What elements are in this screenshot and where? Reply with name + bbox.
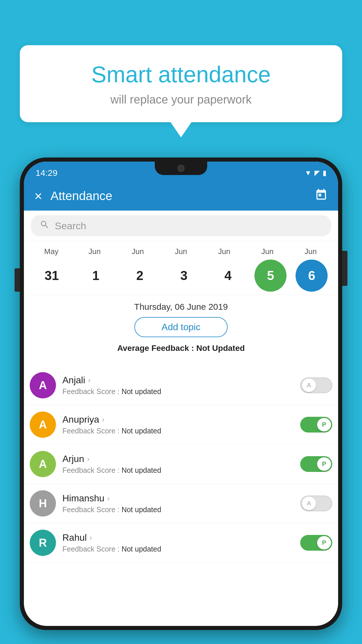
camera-dot	[178, 165, 184, 172]
student-name: Anupriya ›	[62, 414, 294, 425]
student-avatar: A	[30, 412, 56, 438]
battery-icon: ▮	[323, 169, 326, 177]
student-info: Himanshu › Feedback Score : Not updated	[62, 493, 294, 514]
student-avatar: A	[30, 451, 56, 477]
chevron-icon: ›	[102, 416, 104, 424]
phone-inner: 14:29 ▼ ◤ ▮ × Attendance	[24, 162, 338, 626]
student-avatar: A	[30, 372, 56, 398]
attendance-toggle[interactable]: P	[300, 456, 332, 472]
student-name: Rahul ›	[62, 532, 294, 543]
wifi-icon: ▼	[305, 169, 312, 177]
avg-feedback-value: Not Updated	[196, 344, 245, 353]
selected-date-label: Thursday, 06 June 2019	[33, 302, 329, 312]
search-bar[interactable]: Search	[31, 215, 331, 236]
student-feedback: Feedback Score : Not updated	[62, 505, 294, 514]
date-3[interactable]: 3	[166, 261, 201, 290]
student-item[interactable]: H Himanshu › Feedback Score : Not update…	[24, 484, 338, 523]
student-feedback: Feedback Score : Not updated	[62, 387, 294, 396]
date-31[interactable]: 31	[34, 261, 69, 290]
student-feedback: Feedback Score : Not updated	[62, 545, 294, 553]
search-placeholder: Search	[55, 220, 86, 232]
student-item[interactable]: A Anupriya › Feedback Score : Not update…	[24, 405, 338, 444]
speech-bubble-container: Smart attendance will replace your paper…	[20, 45, 342, 122]
student-item[interactable]: A Arjun › Feedback Score : Not updated P	[24, 444, 338, 484]
month-jun-6: Jun	[293, 247, 328, 256]
date-2[interactable]: 2	[122, 261, 157, 290]
feedback-value: Not updated	[122, 545, 161, 553]
phone-notch	[155, 162, 207, 175]
student-name: Himanshu ›	[62, 493, 294, 504]
chevron-icon: ›	[107, 494, 110, 503]
speech-bubble: Smart attendance will replace your paper…	[20, 45, 342, 122]
toggle-switch[interactable]: A	[300, 496, 332, 511]
date-4[interactable]: 4	[210, 261, 245, 290]
student-feedback: Feedback Score : Not updated	[62, 466, 294, 475]
bubble-subtitle: will replace your paperwork	[37, 93, 325, 106]
month-may: May	[34, 247, 69, 256]
signal-icon: ◤	[314, 169, 320, 177]
student-item[interactable]: A Anjali › Feedback Score : Not updated …	[24, 366, 338, 405]
content-area: Thursday, 06 June 2019 Add topic Average…	[24, 295, 338, 366]
student-info: Rahul › Feedback Score : Not updated	[62, 532, 294, 553]
toggle-switch[interactable]: A	[300, 377, 332, 393]
add-topic-button[interactable]: Add topic	[134, 317, 228, 337]
toggle-knob: P	[317, 536, 331, 550]
avg-feedback-label: Average Feedback :	[117, 344, 194, 353]
attendance-toggle[interactable]: P	[300, 535, 332, 551]
bubble-title: Smart attendance	[37, 61, 325, 88]
month-jun-3: Jun	[164, 247, 198, 256]
date-1[interactable]: 1	[78, 261, 113, 290]
chevron-icon: ›	[87, 455, 89, 463]
close-button[interactable]: ×	[34, 188, 42, 204]
toggle-switch[interactable]: P	[300, 417, 332, 433]
header-title: Attendance	[50, 189, 113, 203]
month-jun-5: Jun	[250, 247, 285, 256]
feedback-value: Not updated	[122, 466, 161, 474]
toggle-knob: A	[302, 497, 316, 510]
student-list: A Anjali › Feedback Score : Not updated …	[24, 366, 338, 563]
student-name: Anjali ›	[62, 375, 294, 386]
month-jun-2: Jun	[120, 247, 155, 256]
student-avatar: R	[30, 530, 56, 556]
search-icon	[40, 220, 50, 232]
date-row: 31 1 2 3 4 5 6	[30, 260, 332, 292]
student-item[interactable]: R Rahul › Feedback Score : Not updated P	[24, 523, 338, 563]
month-jun-1: Jun	[77, 247, 112, 256]
attendance-toggle[interactable]: A	[300, 377, 332, 393]
toggle-knob: P	[317, 457, 331, 471]
toggle-knob: P	[317, 418, 331, 431]
calendar-strip: May Jun Jun Jun Jun Jun Jun 31 1 2 3 4 5…	[24, 241, 338, 295]
calendar-icon[interactable]	[315, 188, 328, 204]
status-icons: ▼ ◤ ▮	[305, 169, 326, 177]
feedback-value: Not updated	[122, 387, 161, 396]
feedback-value: Not updated	[122, 427, 161, 435]
toggle-switch[interactable]: P	[300, 456, 332, 472]
student-info: Arjun › Feedback Score : Not updated	[62, 454, 294, 475]
app-header: × Attendance	[24, 181, 338, 211]
attendance-toggle[interactable]: P	[300, 417, 332, 433]
student-feedback: Feedback Score : Not updated	[62, 427, 294, 435]
student-name: Arjun ›	[62, 454, 294, 464]
student-info: Anupriya › Feedback Score : Not updated	[62, 414, 294, 435]
date-6-selected[interactable]: 6	[296, 260, 328, 292]
student-avatar: H	[30, 490, 56, 517]
chevron-icon: ›	[88, 376, 90, 384]
phone-outer: 14:29 ▼ ◤ ▮ × Attendance	[20, 158, 342, 630]
search-container: Search	[24, 211, 338, 241]
feedback-value: Not updated	[122, 505, 161, 514]
status-time: 14:29	[36, 168, 57, 178]
month-row: May Jun Jun Jun Jun Jun Jun	[30, 247, 332, 256]
chevron-icon: ›	[90, 534, 92, 542]
header-left: × Attendance	[34, 188, 112, 204]
toggle-switch[interactable]: P	[300, 535, 332, 551]
student-info: Anjali › Feedback Score : Not updated	[62, 375, 294, 396]
avg-feedback: Average Feedback : Not Updated	[33, 344, 329, 353]
date-5-today[interactable]: 5	[254, 260, 287, 292]
phone-container: 14:29 ▼ ◤ ▮ × Attendance	[20, 158, 342, 630]
month-jun-4: Jun	[207, 247, 242, 256]
toggle-knob: A	[302, 379, 316, 392]
attendance-toggle[interactable]: A	[300, 496, 332, 511]
